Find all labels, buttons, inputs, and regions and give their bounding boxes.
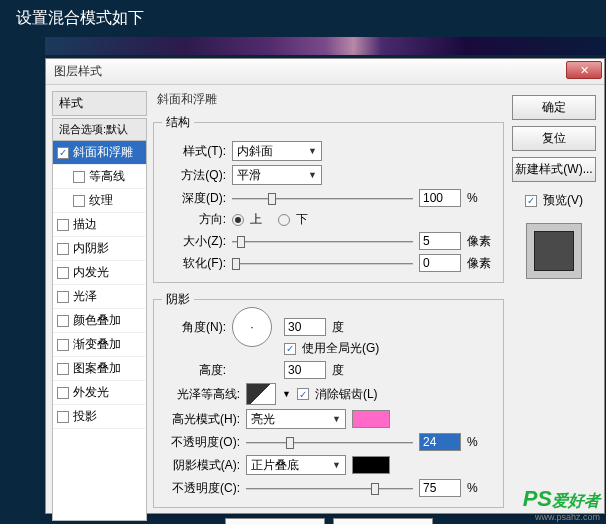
direction-up-radio[interactable] [232, 214, 244, 226]
dialog-title: 图层样式 [54, 63, 102, 80]
styles-list: 斜面和浮雕等高线纹理描边内阴影内发光光泽颜色叠加渐变叠加图案叠加外发光投影 [52, 141, 147, 521]
style-checkbox[interactable] [57, 339, 69, 351]
soften-input[interactable]: 0 [419, 254, 461, 272]
style-select[interactable]: 内斜面▼ [232, 141, 322, 161]
chevron-down-icon: ▼ [332, 414, 341, 424]
chevron-down-icon[interactable]: ▼ [282, 389, 291, 399]
style-item-label: 内阴影 [73, 240, 109, 257]
size-slider[interactable] [232, 238, 413, 244]
shading-group: 阴影 角度(N): 30 度 使用全局光(G) 高度: [153, 291, 504, 508]
depth-slider[interactable] [232, 195, 413, 201]
style-item[interactable]: 描边 [53, 213, 146, 237]
style-checkbox[interactable] [73, 171, 85, 183]
styles-header[interactable]: 样式 [52, 91, 147, 116]
depth-unit: % [467, 191, 495, 205]
up-label: 上 [250, 211, 262, 228]
page-heading: 设置混合模式如下 [0, 0, 606, 37]
layer-style-dialog: 图层样式 ✕ 样式 混合选项:默认 斜面和浮雕等高线纹理描边内阴影内发光光泽颜色… [45, 58, 605, 514]
preview-checkbox[interactable] [525, 195, 537, 207]
down-label: 下 [296, 211, 308, 228]
chevron-down-icon: ▼ [308, 146, 317, 156]
style-item[interactable]: 内发光 [53, 261, 146, 285]
style-item-label: 描边 [73, 216, 97, 233]
style-item-label: 内发光 [73, 264, 109, 281]
style-checkbox[interactable] [57, 219, 69, 231]
close-button[interactable]: ✕ [566, 61, 602, 79]
style-checkbox[interactable] [57, 147, 69, 159]
style-item-label: 颜色叠加 [73, 312, 121, 329]
ok-button[interactable]: 确定 [512, 95, 596, 120]
blend-options-header[interactable]: 混合选项:默认 [52, 118, 147, 141]
style-item[interactable]: 投影 [53, 405, 146, 429]
global-light-checkbox[interactable] [284, 343, 296, 355]
style-checkbox[interactable] [57, 315, 69, 327]
cancel-button[interactable]: 复位 [512, 126, 596, 151]
highlight-mode-select[interactable]: 亮光▼ [246, 409, 346, 429]
watermark: PS爱好者 www.psahz.com [523, 486, 600, 522]
styles-panel: 样式 混合选项:默认 斜面和浮雕等高线纹理描边内阴影内发光光泽颜色叠加渐变叠加图… [52, 91, 147, 507]
gloss-contour-label: 光泽等高线: [162, 386, 240, 403]
new-style-button[interactable]: 新建样式(W)... [512, 157, 596, 182]
style-item-label: 投影 [73, 408, 97, 425]
soften-unit: 像素 [467, 255, 495, 272]
style-item-label: 等高线 [89, 168, 125, 185]
shadow-opacity-slider[interactable] [246, 485, 413, 491]
make-default-button[interactable]: 设置为默认值 [225, 518, 325, 524]
style-checkbox[interactable] [57, 243, 69, 255]
titlebar[interactable]: 图层样式 ✕ [46, 59, 604, 85]
shadow-opacity-input[interactable]: 75 [419, 479, 461, 497]
altitude-input[interactable]: 30 [284, 361, 326, 379]
preview-swatch [534, 231, 574, 271]
angle-input[interactable]: 30 [284, 318, 326, 336]
gloss-contour-picker[interactable] [246, 383, 276, 405]
highlight-mode-label: 高光模式(H): [162, 411, 240, 428]
direction-label: 方向: [162, 211, 226, 228]
preview-box [526, 223, 582, 279]
style-item[interactable]: 等高线 [53, 165, 146, 189]
angle-label: 角度(N): [162, 319, 226, 336]
shadow-color-swatch[interactable] [352, 456, 390, 474]
style-item-label: 渐变叠加 [73, 336, 121, 353]
highlight-color-swatch[interactable] [352, 410, 390, 428]
style-item[interactable]: 颜色叠加 [53, 309, 146, 333]
altitude-unit: 度 [332, 362, 344, 379]
depth-input[interactable]: 100 [419, 189, 461, 207]
structure-legend: 结构 [162, 114, 194, 131]
angle-dial[interactable] [232, 307, 272, 347]
action-panel: 确定 复位 新建样式(W)... 预览(V) [510, 91, 598, 507]
shadow-mode-select[interactable]: 正片叠底▼ [246, 455, 346, 475]
style-item[interactable]: 图案叠加 [53, 357, 146, 381]
style-checkbox[interactable] [57, 363, 69, 375]
settings-panel: 斜面和浮雕 结构 样式(T): 内斜面▼ 方法(Q): 平滑▼ 深度(D): [153, 91, 504, 507]
style-item-label: 纹理 [89, 192, 113, 209]
style-checkbox[interactable] [57, 267, 69, 279]
antialias-checkbox[interactable] [297, 388, 309, 400]
method-select[interactable]: 平滑▼ [232, 165, 322, 185]
style-item[interactable]: 内阴影 [53, 237, 146, 261]
style-checkbox[interactable] [73, 195, 85, 207]
style-item[interactable]: 外发光 [53, 381, 146, 405]
style-item-label: 外发光 [73, 384, 109, 401]
style-checkbox[interactable] [57, 291, 69, 303]
size-input[interactable]: 5 [419, 232, 461, 250]
style-item[interactable]: 渐变叠加 [53, 333, 146, 357]
style-item[interactable]: 斜面和浮雕 [53, 141, 146, 165]
shadow-mode-label: 阴影模式(A): [162, 457, 240, 474]
reset-default-button[interactable]: 复位为默认值 [333, 518, 433, 524]
style-item-label: 光泽 [73, 288, 97, 305]
highlight-opacity-slider[interactable] [246, 439, 413, 445]
style-item-label: 图案叠加 [73, 360, 121, 377]
highlight-opacity-label: 不透明度(O): [162, 434, 240, 451]
style-item[interactable]: 光泽 [53, 285, 146, 309]
style-checkbox[interactable] [57, 387, 69, 399]
style-item[interactable]: 纹理 [53, 189, 146, 213]
size-label: 大小(Z): [162, 233, 226, 250]
method-label: 方法(Q): [162, 167, 226, 184]
shadow-opacity-label: 不透明度(C): [162, 480, 240, 497]
direction-down-radio[interactable] [278, 214, 290, 226]
highlight-opacity-input[interactable]: 24 [419, 433, 461, 451]
soften-slider[interactable] [232, 260, 413, 266]
percent-unit: % [467, 481, 495, 495]
style-checkbox[interactable] [57, 411, 69, 423]
antialias-label: 消除锯齿(L) [315, 386, 378, 403]
